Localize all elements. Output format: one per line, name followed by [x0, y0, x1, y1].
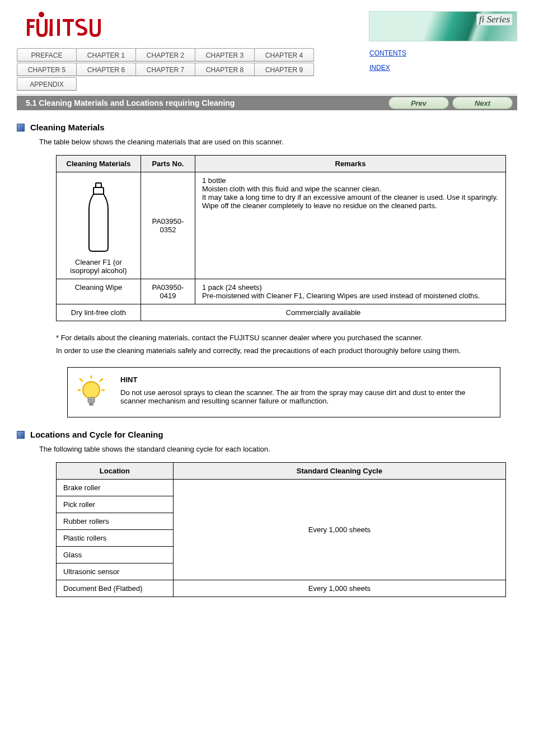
table-row: Brake roller Every 1,000 sheets — [57, 480, 506, 496]
table-row: Document Bed (Flatbed) Every 1,000 sheet… — [57, 580, 506, 597]
table-row: Cleaner F1 (or isopropyl alcohol) PA0395… — [57, 172, 506, 279]
section-heading-cleaning-materials: Cleaning Materials — [17, 123, 517, 132]
tab-chapter-7[interactable]: CHAPTER 7 — [135, 63, 195, 76]
cycle-flatbed: Every 1,000 sheets — [173, 580, 505, 597]
svg-point-0 — [39, 12, 44, 17]
hint-body: Do not use aerosol sprays to clean the s… — [120, 388, 490, 405]
side-nav-links: CONTENTS INDEX — [369, 49, 406, 78]
cleaner-f1-partno: PA03950-0352 — [140, 172, 195, 279]
dry-cloth-remarks: Commercially available — [140, 304, 505, 321]
section-heading-locations: Locations and Cycle for Cleaning — [17, 430, 517, 439]
lightbulb-icon — [78, 375, 105, 409]
section-heading-text: Cleaning Materials — [30, 123, 105, 132]
table-row: Dry lint-free cloth Commercially availab… — [57, 304, 506, 321]
prev-button[interactable]: Prev — [388, 97, 449, 109]
loc-ultrasonic-sensor: Ultrasonic sensor — [57, 564, 174, 580]
series-banner: fi Series — [369, 11, 517, 41]
tab-chapter-5[interactable]: CHAPTER 5 — [17, 63, 77, 76]
svg-rect-2 — [93, 187, 104, 194]
loc-plastic-rollers: Plastic rollers — [57, 530, 174, 547]
bullet-icon — [17, 124, 25, 132]
tab-chapter-9[interactable]: CHAPTER 9 — [254, 63, 314, 76]
svg-rect-1 — [96, 183, 101, 187]
dry-cloth-label: Dry lint-free cloth — [57, 304, 141, 321]
th-location: Location — [57, 463, 174, 480]
divider — [17, 94, 517, 95]
loc-glass: Glass — [57, 547, 174, 564]
loc-rubber-rollers: Rubber rollers — [57, 513, 174, 530]
cycle-main: Every 1,000 sheets — [173, 480, 505, 580]
tab-chapter-2[interactable]: CHAPTER 2 — [135, 48, 195, 62]
th-parts-no: Parts No. — [140, 156, 195, 172]
th-cycle: Standard Cleaning Cycle — [173, 463, 505, 480]
page-title-bar: 5.1 Cleaning Materials and Locations req… — [17, 96, 517, 110]
cleaning-materials-table: Cleaning Materials Parts No. Remarks Cle… — [56, 155, 506, 321]
cleaner-bottle-icon — [83, 181, 114, 253]
svg-rect-4 — [88, 397, 95, 403]
cleaner-f1-label: Cleaner F1 (or isopropyl alcohol) — [63, 258, 134, 275]
next-button[interactable]: Next — [452, 97, 513, 109]
cleaning-wipe-remarks: 1 pack (24 sheets) Pre-moistened with Cl… — [195, 279, 505, 304]
cleaning-wipe-partno: PA03950-0419 — [140, 279, 195, 304]
index-link[interactable]: INDEX — [369, 64, 390, 72]
cleaning-wipe-label: Cleaning Wipe — [57, 279, 141, 304]
precautions-note: In order to use the cleaning materials s… — [56, 346, 517, 355]
th-materials: Cleaning Materials — [57, 156, 141, 172]
th-remarks: Remarks — [195, 156, 505, 172]
svg-rect-7 — [89, 403, 93, 406]
hint-box: HINT Do not use aerosol sprays to clean … — [67, 367, 500, 417]
dealer-note: * For details about the cleaning materia… — [56, 334, 517, 342]
table-row: Cleaning Wipe PA03950-0419 1 pack (24 sh… — [57, 279, 506, 304]
svg-point-3 — [83, 382, 100, 398]
tab-preface[interactable]: PREFACE — [17, 48, 77, 62]
locations-intro: The following table shows the standard c… — [39, 445, 517, 453]
loc-brake-roller: Brake roller — [57, 480, 174, 496]
section-heading-text: Locations and Cycle for Cleaning — [30, 430, 163, 439]
series-banner-label: fi Series — [476, 13, 513, 26]
locations-table: Location Standard Cleaning Cycle Brake r… — [56, 462, 506, 597]
tab-appendix[interactable]: APPENDIX — [17, 77, 77, 91]
cleaning-materials-intro: The table below shows the cleaning mater… — [39, 138, 517, 146]
loc-document-bed: Document Bed (Flatbed) — [57, 580, 174, 597]
tab-chapter-4[interactable]: CHAPTER 4 — [254, 48, 314, 62]
contents-link[interactable]: CONTENTS — [369, 49, 406, 57]
hint-title: HINT — [120, 375, 490, 384]
fujitsu-logo — [17, 11, 106, 37]
loc-pick-roller: Pick roller — [57, 496, 174, 513]
page-title: 5.1 Cleaning Materials and Locations req… — [26, 98, 235, 107]
tab-chapter-3[interactable]: CHAPTER 3 — [195, 48, 255, 62]
tab-chapter-8[interactable]: CHAPTER 8 — [195, 63, 255, 76]
chapter-tabs: PREFACE CHAPTER 1 CHAPTER 2 CHAPTER 3 CH… — [17, 48, 353, 92]
cleaner-f1-remarks: 1 bottle Moisten cloth with this fluid a… — [195, 172, 505, 279]
tab-chapter-6[interactable]: CHAPTER 6 — [76, 63, 136, 76]
tab-chapter-1[interactable]: CHAPTER 1 — [76, 48, 136, 62]
bullet-icon — [17, 431, 25, 439]
